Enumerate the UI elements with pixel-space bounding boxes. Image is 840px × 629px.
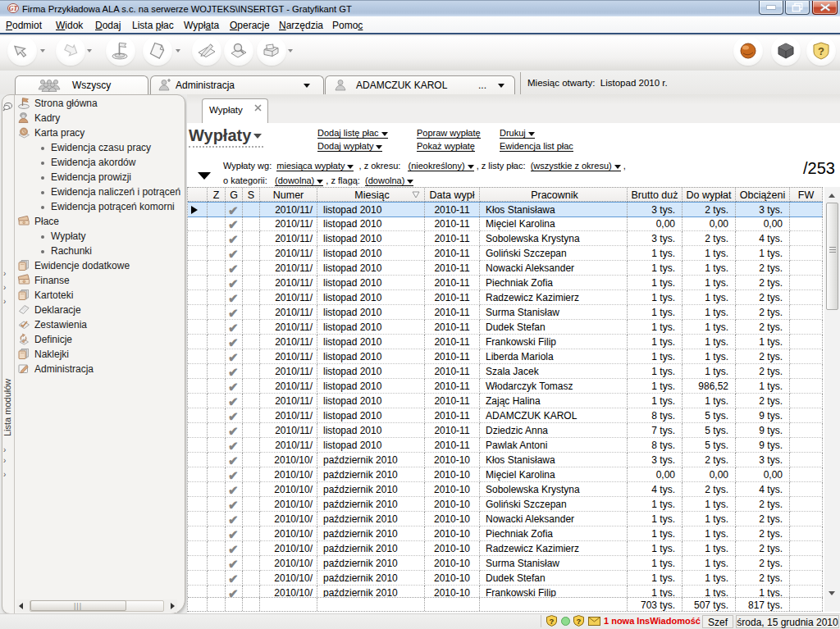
svg-text:?: ? [818, 45, 824, 57]
svg-text:?: ? [577, 617, 582, 626]
svg-text:?: ? [550, 617, 555, 626]
svg-text:GT: GT [9, 5, 19, 12]
